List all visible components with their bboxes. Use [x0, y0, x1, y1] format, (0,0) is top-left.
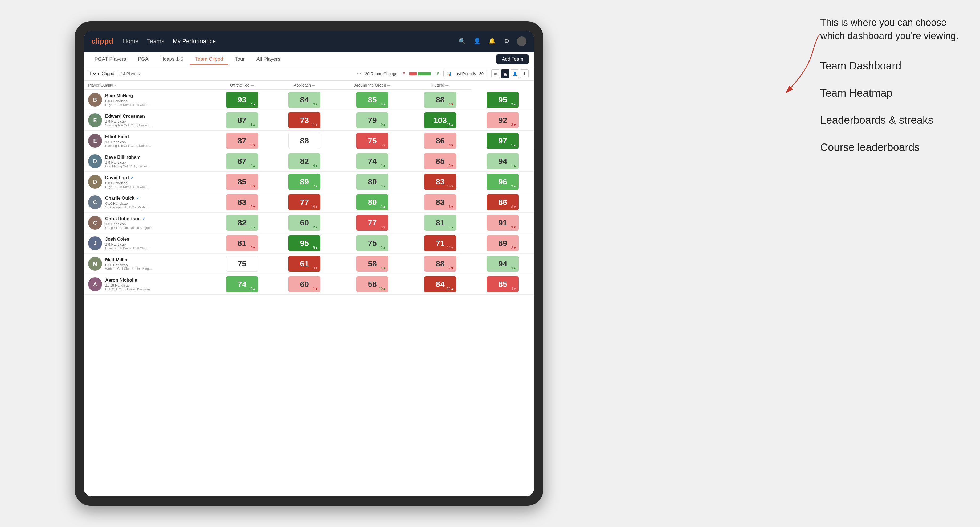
- nav-item-myperformance[interactable]: My Performance: [173, 38, 216, 45]
- avatar: A: [88, 277, 102, 291]
- score-change: 1▲: [381, 205, 386, 209]
- download-button[interactable]: ⬇: [520, 70, 529, 78]
- header-putting[interactable]: Putting —: [409, 81, 472, 90]
- score-change: 7▲: [313, 184, 318, 188]
- player-cell[interactable]: JJosh Coles1-5 HandicapRoyal North Devon…: [84, 234, 211, 253]
- tab-pgat-players[interactable]: PGAT Players: [89, 54, 132, 65]
- score-cell: 846▲: [273, 90, 336, 110]
- score-value: 87: [237, 116, 247, 125]
- team-name-label: Team Clippd: [89, 71, 115, 76]
- score-cell: 741▲: [336, 151, 409, 171]
- player-handicap: Plus Handicap: [105, 181, 206, 185]
- person-view-button[interactable]: 👤: [511, 70, 519, 78]
- score-value: 92: [498, 116, 507, 125]
- score-change: 4▲: [449, 225, 454, 229]
- edit-icon[interactable]: ✏: [357, 71, 361, 76]
- user-avatar[interactable]: [517, 37, 527, 46]
- score-cell: 958▲: [273, 233, 336, 254]
- table-container[interactable]: Player Quality ▾ Off the Tee — Approach …: [84, 81, 534, 497]
- player-club: Gog Magog Golf Club, United Kingdom: [105, 165, 153, 168]
- score-change: 1▲: [250, 123, 256, 127]
- avatar: C: [88, 216, 102, 230]
- app-logo[interactable]: clippd: [91, 37, 113, 46]
- player-name: Matt Miller: [105, 257, 206, 262]
- dashboard-option-3: Course leaderboards: [820, 140, 969, 154]
- score-cell: 88: [273, 131, 336, 151]
- score-cell: 7111▼: [409, 233, 472, 254]
- player-cell[interactable]: CCharlie Quick✓6-10 HandicapSt. George's…: [84, 193, 211, 212]
- player-club: Drift Golf Club, United Kingdom: [105, 287, 153, 291]
- score-cell: 881▼: [409, 90, 472, 110]
- score-value: 85: [368, 95, 377, 104]
- player-cell[interactable]: EEdward Crossman1-5 HandicapSunningdale …: [84, 111, 211, 130]
- score-cell: 773▼: [336, 213, 409, 233]
- player-name: Charlie Quick✓: [105, 195, 206, 201]
- score-cell: 7714▼: [273, 192, 336, 213]
- score-value: 74: [368, 157, 377, 166]
- score-value: 88: [300, 136, 309, 145]
- player-handicap: Plus Handicap: [105, 99, 206, 103]
- player-club: Woburn Golf Club, United Kingdom: [105, 267, 153, 271]
- team-count-label: | 14 Players: [119, 71, 140, 76]
- grid-view-button[interactable]: ⊞: [492, 70, 500, 78]
- annotation-area: This is where you can choose which dashb…: [820, 16, 969, 167]
- tab-pga[interactable]: PGA: [133, 54, 154, 65]
- verified-icon: ✓: [136, 196, 139, 200]
- score-value: 85: [498, 280, 507, 289]
- player-cell[interactable]: CChris Robertson✓1-5 HandicapCraigmillar…: [84, 213, 211, 232]
- score-cell: 753▼: [336, 131, 409, 151]
- score-value: 88: [436, 259, 444, 268]
- profile-icon[interactable]: 👤: [472, 37, 482, 46]
- score-change: 6▲: [313, 102, 318, 106]
- search-icon[interactable]: 🔍: [457, 37, 467, 46]
- avatar: D: [88, 154, 102, 168]
- tab-team-clippd[interactable]: Team Clippd: [189, 54, 229, 65]
- player-cell[interactable]: EElliot Ebert1-5 HandicapSunningdale Gol…: [84, 131, 211, 151]
- score-value: 58: [368, 280, 377, 289]
- tab-tour[interactable]: Tour: [229, 54, 250, 65]
- header-player-quality[interactable]: Player Quality ▾: [84, 81, 211, 90]
- score-change: 4▼: [511, 287, 517, 290]
- score-value: 87: [237, 136, 247, 145]
- score-value: 79: [368, 116, 377, 125]
- last-rounds-button[interactable]: 📊 Last Rounds: 20: [444, 70, 487, 78]
- round-change-label: 20 Round Change: [365, 71, 398, 76]
- player-club: Royal North Devon Golf Club, United King…: [105, 103, 153, 107]
- player-cell[interactable]: BBlair McHargPlus HandicapRoyal North De…: [84, 90, 211, 110]
- sort-arrow-2: —: [312, 84, 315, 87]
- score-cell: 8310▼: [409, 171, 472, 192]
- score-cell: 959▲: [471, 90, 534, 110]
- nav-item-teams[interactable]: Teams: [147, 38, 164, 45]
- player-cell[interactable]: AAaron Nicholls11-15 HandicapDrift Golf …: [84, 275, 211, 294]
- score-change: 8▲: [250, 287, 256, 290]
- heatmap-view-button[interactable]: ▦: [501, 70, 509, 78]
- player-cell[interactable]: DDavid Ford✓Plus HandicapRoyal North Dev…: [84, 172, 211, 191]
- player-cell[interactable]: DDave Billingham1-5 HandicapGog Magog Go…: [84, 152, 211, 171]
- score-cell: 803▲: [336, 171, 409, 192]
- score-change: 3▲: [511, 266, 517, 270]
- header-around-green[interactable]: Around the Green —: [336, 81, 409, 90]
- player-handicap: 6-10 Handicap: [105, 202, 206, 205]
- score-value: 82: [300, 157, 309, 166]
- settings-icon[interactable]: ⚙: [502, 37, 512, 46]
- tab-all-players[interactable]: All Players: [251, 54, 286, 65]
- player-name: Elliot Ebert: [105, 134, 206, 140]
- score-cell: 75: [211, 254, 273, 274]
- score-change: 3▼: [250, 143, 256, 147]
- score-change: 4▲: [250, 102, 256, 106]
- player-handicap: 1-5 Handicap: [105, 160, 206, 165]
- bell-icon[interactable]: 🔔: [487, 37, 497, 46]
- score-value: 84: [300, 95, 309, 104]
- header-approach[interactable]: Approach —: [273, 81, 336, 90]
- add-team-button[interactable]: Add Team: [496, 54, 529, 64]
- header-off-tee[interactable]: Off the Tee —: [211, 81, 273, 90]
- tab-hcaps[interactable]: Hcaps 1-5: [155, 54, 189, 65]
- score-value: 82: [237, 218, 247, 227]
- nav-item-home[interactable]: Home: [123, 38, 138, 45]
- score-value: 75: [368, 136, 377, 145]
- table-row: EEdward Crossman1-5 HandicapSunningdale …: [84, 110, 534, 131]
- avatar: M: [88, 257, 102, 271]
- score-cell: 853▼: [409, 151, 472, 171]
- player-cell[interactable]: MMatt Miller6-10 HandicapWoburn Golf Clu…: [84, 254, 211, 273]
- tablet-frame: clippd Home Teams My Performance 🔍 👤 🔔 ⚙…: [75, 21, 543, 506]
